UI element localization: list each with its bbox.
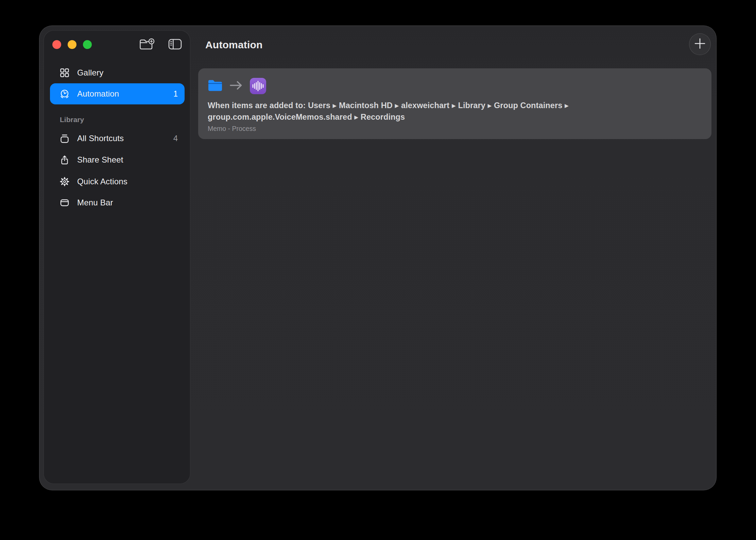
zoom-button[interactable] [83, 40, 92, 49]
grid-2x2-icon [60, 68, 69, 78]
folder-icon [208, 79, 223, 93]
toggle-sidebar-button[interactable] [167, 39, 183, 51]
library-section-label: Library [60, 116, 84, 124]
automation-clock-icon [60, 89, 69, 99]
automation-subtitle: Memo - Process [208, 125, 256, 133]
sidebar-item-label: Share Sheet [77, 155, 123, 165]
shortcuts-stack-icon [60, 134, 69, 143]
automation-title-line: When items are added to: Users ▸ Macinto… [208, 100, 569, 111]
automation-title-line: group.com.apple.VoiceMemos.shared ▸ Reco… [208, 111, 569, 123]
plus-icon [694, 37, 706, 51]
sidebar-item-label: Menu Bar [77, 198, 113, 207]
sidebar-item-quick-actions[interactable]: Quick Actions [50, 171, 185, 192]
sidebar-item-label: Quick Actions [77, 177, 127, 186]
traffic-lights [52, 40, 92, 49]
automation-card[interactable]: When items are added to: Users ▸ Macinto… [198, 68, 711, 139]
shortcuts-window: Gallery Automation 1 Library [39, 26, 717, 490]
add-automation-button[interactable] [689, 33, 711, 55]
sidebar: Gallery Automation 1 Library [44, 30, 190, 484]
sidebar-item-share-sheet[interactable]: Share Sheet [50, 149, 185, 170]
page-title: Automation [205, 39, 263, 51]
automation-card-icons [208, 78, 266, 94]
minimize-button[interactable] [68, 40, 76, 49]
sidebar-item-gallery[interactable]: Gallery [50, 62, 185, 83]
new-folder-icon [139, 38, 155, 52]
share-icon [60, 155, 69, 165]
gear-icon [60, 177, 69, 186]
arrow-right-icon [229, 80, 243, 92]
menu-bar-icon [60, 198, 69, 207]
sidebar-item-menu-bar[interactable]: Menu Bar [50, 192, 185, 213]
new-folder-button[interactable] [139, 39, 155, 51]
automation-title: When items are added to: Users ▸ Macinto… [208, 100, 569, 123]
sidebar-item-label: Automation [77, 89, 119, 99]
close-button[interactable] [52, 40, 61, 49]
all-shortcuts-count: 4 [173, 134, 178, 143]
sidebar-item-automation[interactable]: Automation 1 [50, 83, 185, 104]
voice-memos-waveform-icon [250, 78, 266, 94]
sidebar-item-label: All Shortcuts [77, 134, 124, 143]
sidebar-item-label: Gallery [77, 68, 103, 78]
toggle-sidebar-icon [168, 39, 182, 51]
sidebar-item-all-shortcuts[interactable]: All Shortcuts 4 [50, 128, 185, 149]
automation-count-badge: 1 [173, 89, 178, 99]
